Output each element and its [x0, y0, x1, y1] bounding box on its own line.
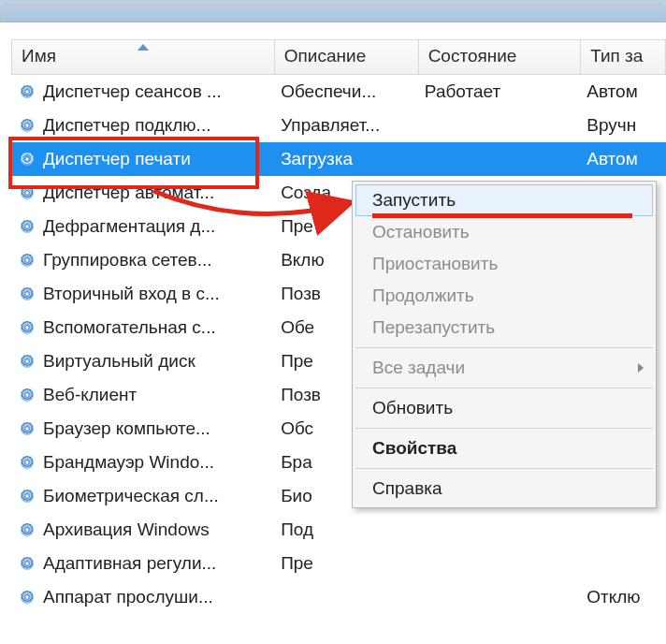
- svg-point-31: [25, 595, 30, 600]
- table-row[interactable]: Диспетчер печатиЗагрузкаАвтом: [11, 142, 666, 176]
- service-type-cell: Вручн: [581, 115, 666, 136]
- service-desc-cell: Под: [275, 520, 419, 540]
- col-header-description[interactable]: Описание: [275, 39, 419, 75]
- col-header-name-label: Имя: [22, 46, 56, 66]
- gear-icon: [19, 454, 36, 471]
- service-name-cell: Брандмауэр Windo...: [11, 452, 275, 473]
- service-name-cell: Вспомогательная с...: [11, 317, 275, 338]
- gear-icon: [19, 83, 36, 100]
- gear-icon: [19, 117, 36, 134]
- service-name-label: Адаптивная регули...: [43, 553, 216, 573]
- svg-point-15: [25, 326, 30, 330]
- service-name-cell: Браузер компьюте...: [11, 418, 275, 439]
- gear-icon: [19, 252, 36, 269]
- service-state-cell: Работает: [419, 81, 581, 102]
- svg-point-3: [25, 124, 30, 128]
- menu-item-label: Остановить: [372, 222, 470, 242]
- service-name-label: Брандмауэр Windo...: [43, 452, 214, 472]
- service-name-cell: Биометрическая сл...: [11, 486, 275, 506]
- service-type-cell: Отклю: [581, 587, 666, 607]
- service-name-cell: Диспетчер сеансов ...: [11, 81, 275, 102]
- menu-item-start[interactable]: Запустить: [355, 184, 653, 216]
- service-name-label: Веб-клиент: [43, 385, 137, 404]
- service-name-label: Вспомогательная с...: [43, 317, 216, 337]
- table-row[interactable]: Адаптивная регули...Пре: [11, 547, 666, 580]
- menu-item-properties[interactable]: Свойства: [355, 432, 653, 464]
- menu-separator: [355, 388, 653, 388]
- svg-point-19: [25, 393, 30, 398]
- service-name-cell: Диспетчер печати: [11, 149, 275, 169]
- svg-point-5: [25, 157, 30, 162]
- menu-item-help[interactable]: Справка: [355, 473, 653, 505]
- menu-item-pause[interactable]: Приостановить: [355, 248, 653, 280]
- menu-item-label: Все задачи: [372, 358, 465, 377]
- svg-point-7: [25, 191, 30, 196]
- service-type-cell: Автом: [581, 81, 666, 102]
- table-row[interactable]: Диспетчер подклю...Управляет...Вручн: [11, 109, 666, 142]
- svg-point-27: [25, 528, 30, 533]
- gear-icon: [19, 285, 36, 302]
- service-name-cell: Веб-клиент: [11, 385, 275, 405]
- service-desc-cell: Пре: [275, 553, 419, 574]
- col-header-state[interactable]: Состояние: [419, 39, 582, 75]
- svg-point-11: [25, 258, 30, 263]
- service-name-label: Вторичный вход в с...: [43, 284, 220, 303]
- svg-point-9: [25, 225, 30, 229]
- menu-item-refresh[interactable]: Обновить: [355, 392, 653, 424]
- svg-point-21: [25, 427, 30, 432]
- service-name-label: Группировка сетев...: [43, 250, 212, 270]
- service-name-label: Диспетчер автомат...: [43, 183, 214, 202]
- service-name-cell: Диспетчер подклю...: [11, 115, 275, 136]
- svg-point-23: [25, 461, 30, 465]
- col-header-name[interactable]: Имя: [11, 39, 275, 75]
- service-name-cell: Аппарат прослуши...: [11, 587, 275, 607]
- sort-indicator-icon: [138, 44, 149, 51]
- service-name-label: Диспетчер сеансов ...: [43, 81, 222, 101]
- col-header-type[interactable]: Тип за: [581, 39, 666, 75]
- table-row[interactable]: Аппарат прослуши...Отклю: [11, 580, 666, 614]
- gear-icon: [19, 555, 36, 572]
- gear-icon: [19, 218, 36, 235]
- gear-icon: [19, 184, 36, 201]
- service-name-label: Диспетчер печати: [43, 149, 191, 168]
- menu-item-continue[interactable]: Продолжить: [355, 280, 653, 312]
- col-header-type-label: Тип за: [590, 46, 643, 66]
- menu-item-label: Продолжить: [372, 285, 474, 305]
- service-name-cell: Виртуальный диск: [11, 351, 275, 372]
- svg-point-13: [25, 292, 30, 297]
- service-name-cell: Адаптивная регули...: [11, 553, 275, 574]
- service-name-label: Виртуальный диск: [43, 351, 195, 371]
- service-name-label: Биометрическая сл...: [43, 486, 219, 505]
- menu-item-label: Обновить: [372, 398, 453, 417]
- service-name-label: Браузер компьюте...: [43, 418, 210, 438]
- service-name-cell: Дефрагментация д...: [11, 216, 275, 237]
- gear-icon: [19, 151, 36, 168]
- menu-item-label: Приостановить: [372, 254, 498, 273]
- svg-point-17: [25, 359, 30, 364]
- menu-separator: [355, 347, 653, 348]
- menu-item-restart[interactable]: Перезапустить: [355, 312, 653, 344]
- menu-item-all-tasks[interactable]: Все задачи: [355, 352, 653, 384]
- service-name-cell: Группировка сетев...: [11, 250, 275, 271]
- svg-point-29: [25, 562, 30, 566]
- menu-item-stop[interactable]: Остановить: [355, 216, 653, 248]
- service-name-cell: Архивация Windows: [11, 520, 275, 540]
- gear-icon: [19, 521, 36, 538]
- chevron-right-icon: [638, 363, 644, 373]
- menu-item-label: Справка: [372, 478, 442, 498]
- table-row[interactable]: Диспетчер сеансов ...Обеспечи...Работает…: [11, 75, 666, 109]
- table-row[interactable]: Архивация WindowsПод: [11, 513, 666, 547]
- svg-point-1: [25, 90, 30, 95]
- context-menu: Запустить Остановить Приостановить Продо…: [352, 181, 657, 508]
- svg-point-25: [25, 494, 30, 499]
- menu-item-label: Перезапустить: [372, 317, 495, 337]
- gear-icon: [19, 387, 36, 403]
- gear-icon: [19, 488, 36, 505]
- service-name-label: Аппарат прослуши...: [43, 587, 213, 607]
- menu-separator: [355, 468, 653, 469]
- gear-icon: [19, 319, 36, 336]
- col-header-state-label: Состояние: [428, 46, 517, 66]
- menu-item-label: Запустить: [372, 190, 456, 210]
- service-name-cell: Вторичный вход в с...: [11, 284, 275, 304]
- gear-icon: [19, 353, 36, 370]
